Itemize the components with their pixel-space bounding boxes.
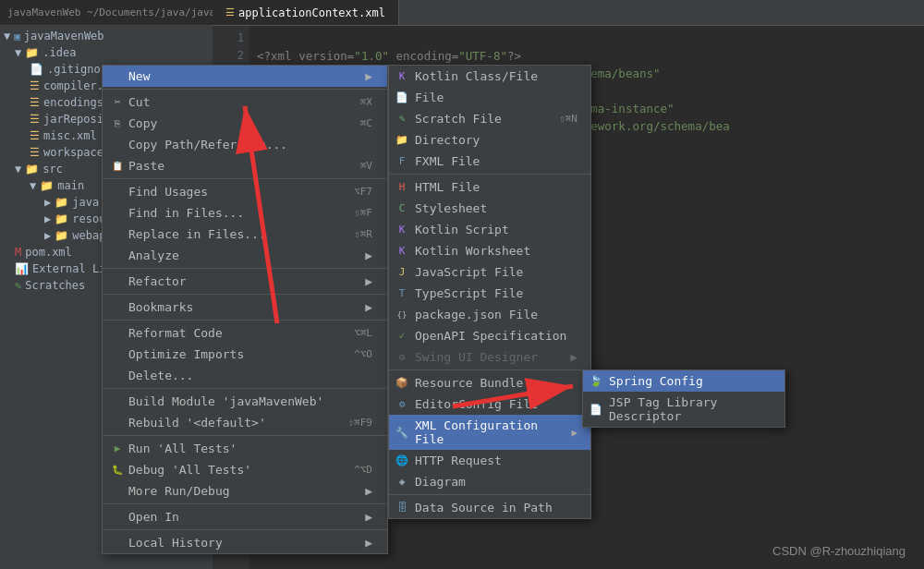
submenu-tsfile[interactable]: T TypeScript File xyxy=(389,283,590,304)
chevron-icon: ▼ xyxy=(30,179,36,192)
path-text: javaMavenWeb ~/Documents/java/javaMavenW… xyxy=(7,6,213,18)
tree-label: pom.xml xyxy=(25,246,72,259)
tree-label: main xyxy=(57,179,84,192)
menu-item-delete[interactable]: Delete... xyxy=(103,365,387,386)
submenu-xmlconfigfile[interactable]: 🔧 XML Configuration File ▶ xyxy=(389,415,590,450)
ts-icon: T xyxy=(395,286,409,301)
menu-item-refactor[interactable]: Refactor ▶ xyxy=(103,271,387,292)
submenu-jsfile[interactable]: J JavaScript File xyxy=(389,261,590,283)
submenu-openapi[interactable]: ✓ OpenAPI Specification xyxy=(389,325,590,346)
menu-copypath-label: Copy Path/Reference... xyxy=(128,138,372,151)
xml-icon: ☰ xyxy=(30,79,40,92)
datasource-icon: 🗄 xyxy=(395,501,409,515)
submenu-httprequest[interactable]: 🌐 HTTP Request xyxy=(389,450,590,471)
submenu-xml-config: 🍃 Spring Config 📄 JSP Tag Library Descri… xyxy=(582,369,785,428)
menu-item-findusages[interactable]: Find Usages ⌥F7 xyxy=(103,181,387,202)
submenu-kotlinscript[interactable]: K Kotlin Script xyxy=(389,219,590,240)
submenu-packagejson[interactable]: {} package.json File xyxy=(389,304,590,325)
menu-item-rebuild[interactable]: Rebuild '<default>' ⇧⌘F9 xyxy=(103,412,387,433)
rebuild-shortcut: ⇧⌘F9 xyxy=(348,417,373,429)
arrow-icon: ▶ xyxy=(365,536,372,550)
folder-icon: 📁 xyxy=(25,46,39,59)
file-icon: 📄 xyxy=(395,91,409,105)
http-icon: 🌐 xyxy=(395,454,409,468)
submenu-label: HTML File xyxy=(415,180,480,194)
arrow-icon: ▶ xyxy=(365,510,372,524)
menu-item-copypath[interactable]: Copy Path/Reference... xyxy=(103,134,387,155)
menu-item-bookmarks[interactable]: Bookmarks ▶ xyxy=(103,297,387,318)
cut-icon: ✂ xyxy=(110,95,125,110)
tree-item-root[interactable]: ▼ ▣ javaMavenWeb xyxy=(0,28,213,44)
arrow-icon: ▶ xyxy=(365,484,372,498)
submenu-label: FXML File xyxy=(415,154,480,168)
menu-item-optimizeimports[interactable]: Optimize Imports ^⌥O xyxy=(103,344,387,365)
submenu-directory[interactable]: 📁 Directory xyxy=(389,129,590,151)
submenu-label: Resource Bundle xyxy=(415,376,523,390)
separator xyxy=(103,529,387,530)
submenu-label: HTTP Request xyxy=(415,454,502,467)
submenu-label: JavaScript File xyxy=(415,265,523,279)
chevron-icon: ▶ xyxy=(44,212,51,225)
menu-localhistory-label: Local History xyxy=(128,536,361,550)
submenu-diagram[interactable]: ◈ Diagram xyxy=(389,471,590,492)
folder-icon: 📁 xyxy=(55,212,68,225)
replaceinfiles-shortcut: ⇧⌘R xyxy=(354,228,372,240)
menu-item-new[interactable]: New ▶ xyxy=(103,66,387,87)
menu-item-analyze[interactable]: Analyze ▶ xyxy=(103,245,387,266)
submenu-label: EditorConfig File xyxy=(415,397,538,411)
tab-label: applicationContext.xml xyxy=(238,6,385,19)
submenu-datasourceinpath[interactable]: 🗄 Data Source in Path xyxy=(389,497,590,518)
tab-bar: ☰ applicationContext.xml xyxy=(213,0,924,26)
submenu-springconfig[interactable]: 🍃 Spring Config xyxy=(583,370,784,392)
folder-icon: 📁 xyxy=(25,163,39,176)
kotlin-icon: K xyxy=(395,223,409,237)
tree-label: misc.xml xyxy=(43,129,97,142)
jsp-icon: 📄 xyxy=(589,402,603,417)
submenu-label: TypeScript File xyxy=(415,286,523,300)
menu-item-cut[interactable]: ✂ Cut ⌘X xyxy=(103,91,387,113)
menu-item-localhistory[interactable]: Local History ▶ xyxy=(103,532,387,553)
optimizeimports-shortcut: ^⌥O xyxy=(354,348,372,360)
maven-icon: M xyxy=(15,246,21,259)
tab-applicationcontext[interactable]: ☰ applicationContext.xml xyxy=(213,0,399,25)
kotlin-icon: K xyxy=(395,244,409,259)
submenu-jsptaglibrary[interactable]: 📄 JSP Tag Library Descriptor xyxy=(583,392,784,427)
submenu-html[interactable]: H HTML File xyxy=(389,176,590,198)
project-icon: ▣ xyxy=(14,30,20,42)
submenu-scratchfile[interactable]: ✎ Scratch File ⇧⌘N xyxy=(389,108,590,129)
separator xyxy=(103,388,387,389)
submenu-label: package.json File xyxy=(415,308,538,321)
tree-item-idea[interactable]: ▼ 📁 .idea xyxy=(0,44,213,61)
run-icon: ▶ xyxy=(110,442,125,456)
menu-item-runalltests[interactable]: ▶ Run 'All Tests' xyxy=(103,438,387,459)
submenu-label: Directory xyxy=(415,133,480,147)
submenu-editorconfig[interactable]: ⚙ EditorConfig File xyxy=(389,393,590,415)
submenu-file[interactable]: 📄 File xyxy=(389,87,590,108)
findinfiles-shortcut: ⇧⌘F xyxy=(354,207,372,219)
menu-item-morerundebug[interactable]: More Run/Debug ▶ xyxy=(103,480,387,502)
spring-icon: 🍃 xyxy=(589,374,603,389)
menu-copy-label: Copy xyxy=(128,116,342,130)
separator xyxy=(389,369,590,370)
css-icon: C xyxy=(395,201,409,216)
submenu-resourcebundle[interactable]: 📦 Resource Bundle xyxy=(389,372,590,393)
menu-item-findinfiles[interactable]: Find in Files... ⇧⌘F xyxy=(103,202,387,224)
submenu-label: Kotlin Worksheet xyxy=(415,244,530,258)
menu-item-paste[interactable]: 📋 Paste ⌘V xyxy=(103,155,387,176)
menu-item-reformatcode[interactable]: Reformat Code ⌥⌘L xyxy=(103,322,387,344)
menu-item-openin[interactable]: Open In ▶ xyxy=(103,506,387,527)
submenu-swinguidesigner[interactable]: ⚙ Swing UI Designer ▶ xyxy=(389,346,590,368)
menu-item-debugalltests[interactable]: 🐛 Debug 'All Tests' ^⌥D xyxy=(103,459,387,480)
openapi-icon: ✓ xyxy=(395,329,409,344)
menu-item-copy[interactable]: ⎘ Copy ⌘C xyxy=(103,113,387,134)
submenu-fxml[interactable]: F FXML File xyxy=(389,151,590,172)
submenu-stylesheet[interactable]: C Stylesheet xyxy=(389,198,590,219)
file-icon: 📄 xyxy=(30,63,43,76)
arrow-icon: ▶ xyxy=(365,248,372,262)
menu-item-buildmodule[interactable]: Build Module 'javaMavenWeb' xyxy=(103,391,387,412)
menu-item-replaceinfiles[interactable]: Replace in Files... ⇧⌘R xyxy=(103,224,387,245)
submenu-kotlinworksheet[interactable]: K Kotlin Worksheet xyxy=(389,240,590,261)
fxml-icon: F xyxy=(395,154,409,169)
editorconfig-icon: ⚙ xyxy=(395,397,409,412)
submenu-kotlin-classfile[interactable]: K Kotlin Class/File xyxy=(389,66,590,87)
